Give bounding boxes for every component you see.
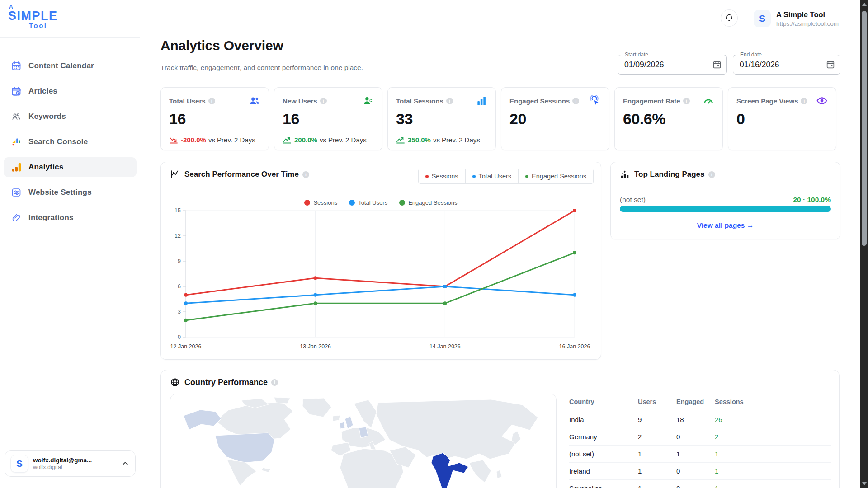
info-icon[interactable]: i: [572, 98, 579, 104]
country-card-title: Country Performance: [184, 378, 268, 387]
country-row-not-set: (not set)111: [569, 446, 831, 463]
app-logo[interactable]: A SIMPLE Tool: [8, 4, 58, 29]
stat-card-new-users: New Usersi16200.0%vs Prev. 2 Days: [274, 87, 382, 150]
country-row-germany: Germany202: [569, 428, 831, 446]
performance-card-title: Search Performance Over Time: [184, 170, 299, 179]
stat-value: 60.6%: [623, 110, 714, 128]
world-map: [170, 394, 557, 488]
stat-delta: 200.0%vs Prev. 2 Days: [283, 136, 367, 144]
stat-label: Screen Page Views: [736, 97, 798, 105]
logo-line3: Tool: [29, 22, 58, 29]
site-name: A Simple Tool: [776, 10, 825, 19]
trend-up-icon: [283, 136, 292, 144]
sidebar-item-analytics[interactable]: Analytics: [4, 157, 137, 177]
info-icon[interactable]: i: [208, 98, 215, 104]
scrollbar[interactable]: [860, 0, 868, 488]
stat-value: 16: [169, 110, 260, 128]
info-icon[interactable]: i: [446, 98, 453, 104]
integrations-icon: [11, 212, 22, 223]
svg-text:0: 0: [178, 334, 181, 340]
cell-country: Ireland: [569, 463, 638, 480]
chevron-up-icon[interactable]: [121, 459, 130, 468]
legend-label: Sessions: [313, 199, 337, 206]
series-dot: [472, 175, 476, 178]
scroll-down-arrow-icon[interactable]: [862, 482, 867, 485]
landing-page-stat: 20 · 100.0%: [793, 196, 831, 204]
site-avatar[interactable]: S: [754, 10, 771, 27]
site-avatar-letter: S: [759, 13, 765, 24]
legend-label: Engaged Sessions: [408, 199, 457, 206]
toggle-sessions[interactable]: Sessions: [419, 169, 465, 183]
legend-item-engaged-sessions: Engaged Sessions: [399, 199, 457, 206]
start-date-input[interactable]: [618, 55, 726, 74]
column-header-country: Country: [569, 398, 638, 411]
sidebar-item-content-calendar[interactable]: Content Calendar: [4, 56, 137, 76]
cell-engaged: 0: [676, 463, 715, 480]
sidebar-item-articles[interactable]: Articles: [4, 81, 137, 101]
landing-card-title: Top Landing Pages: [634, 170, 705, 179]
stat-compare-text: vs Prev. 2 Days: [433, 136, 480, 144]
scrollbar-thumb[interactable]: [862, 11, 867, 246]
globe-icon: [170, 377, 180, 387]
info-icon[interactable]: i: [708, 171, 715, 178]
column-header-engaged: Engaged: [676, 398, 715, 411]
cell-country: India: [569, 411, 638, 428]
toggle-label: Engaged Sessions: [532, 173, 586, 180]
cell-users: 9: [638, 411, 676, 428]
end-date-input[interactable]: [733, 55, 840, 74]
calendar-picker-icon[interactable]: [826, 60, 835, 70]
svg-text:9: 9: [178, 258, 181, 264]
toggle-label: Total Users: [479, 173, 512, 180]
country-row-ireland: Ireland101: [569, 463, 831, 480]
info-icon[interactable]: i: [801, 98, 807, 104]
stat-value: 20: [509, 110, 601, 128]
svg-text:16 Jan 2026: 16 Jan 2026: [559, 343, 590, 350]
stat-card-total-sessions: Total Sessionsi33350.0%vs Prev. 2 Days: [387, 87, 496, 150]
cell-country: Germany: [569, 428, 638, 446]
scroll-up-arrow-icon[interactable]: [862, 3, 867, 6]
cell-users: 1: [638, 480, 676, 488]
cell-engaged: 0: [676, 480, 715, 488]
notifications-button[interactable]: [721, 9, 738, 27]
stat-card-engagement-rate: Engagement Ratei60.6%: [614, 87, 723, 150]
eye-icon: [816, 95, 828, 107]
engaged-tap-icon: [589, 95, 601, 107]
country-table: CountryUsersEngagedSessions India91826Ge…: [569, 398, 831, 488]
cell-users: 1: [638, 446, 676, 463]
sidebar-item-keywords[interactable]: Keywords: [4, 107, 137, 127]
users-icon: [249, 95, 260, 107]
cell-country: Seychelles: [569, 480, 638, 488]
stat-compare-text: vs Prev. 2 Days: [208, 136, 255, 144]
header-divider: [746, 10, 746, 27]
info-icon[interactable]: i: [683, 98, 690, 104]
sidebar-item-label: Search Console: [28, 137, 88, 146]
info-icon[interactable]: i: [320, 98, 327, 104]
sidebar-item-website-settings[interactable]: Website Settings: [4, 183, 137, 202]
performance-line-chart: 0369121512 Jan 202613 Jan 202614 Jan 202…: [161, 207, 602, 357]
toggle-engaged-sessions[interactable]: Engaged Sessions: [518, 169, 593, 183]
info-icon[interactable]: i: [271, 379, 278, 386]
sidebar-item-label: Integrations: [28, 213, 74, 222]
stat-card-engaged-sessions: Engaged Sessionsi20: [501, 87, 609, 150]
user-account-card[interactable]: S wolfx.digital@gma... wolfx.digital: [5, 450, 136, 477]
svg-text:3: 3: [178, 309, 181, 315]
search-performance-card: Search Performance Over Time i SessionsT…: [160, 162, 601, 360]
chart-legend: SessionsTotal UsersEngaged Sessions: [161, 199, 601, 206]
toggle-label: Sessions: [432, 173, 458, 180]
end-date-field[interactable]: End date: [733, 55, 840, 75]
page-title: Analytics Overview: [160, 38, 283, 53]
series-dot: [425, 175, 429, 178]
map-region-philippines: [496, 470, 502, 478]
sidebar-item-search-console[interactable]: Search Console: [4, 132, 137, 152]
info-icon[interactable]: i: [302, 171, 309, 178]
user-avatar: S: [10, 455, 28, 473]
toggle-total-users[interactable]: Total Users: [465, 169, 519, 183]
cell-users: 2: [638, 428, 676, 446]
sidebar-item-integrations[interactable]: Integrations: [4, 208, 137, 228]
landing-page-bar-track: [620, 206, 831, 212]
stat-delta-value: 200.0%: [294, 136, 317, 144]
calendar-picker-icon[interactable]: [712, 60, 722, 70]
view-all-pages-link[interactable]: View all pages →: [611, 221, 840, 230]
start-date-field[interactable]: Start date: [618, 55, 727, 75]
sidebar-item-label: Content Calendar: [28, 61, 94, 70]
